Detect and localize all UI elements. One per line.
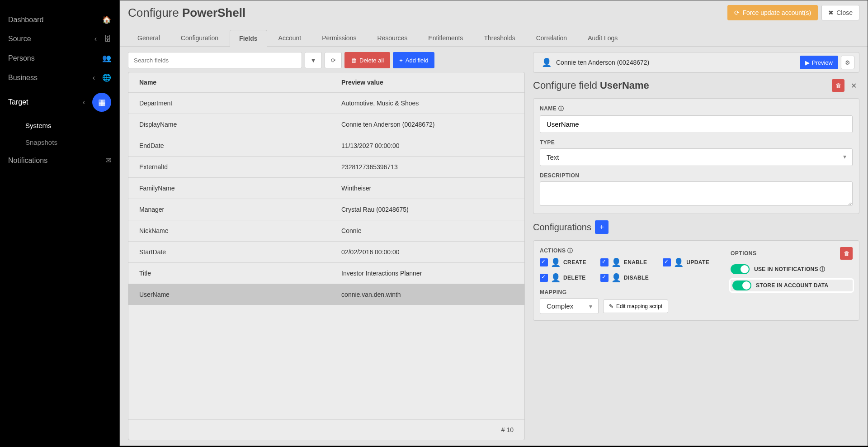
tab-configuration[interactable]: Configuration	[171, 29, 228, 46]
tab-thresholds[interactable]: Thresholds	[474, 29, 524, 46]
table-row[interactable]: NickNameConnie	[128, 220, 524, 241]
table-row[interactable]: StartDate02/02/2016 00:00:00	[128, 241, 524, 262]
cell-name: StartDate	[139, 248, 341, 256]
table-row[interactable]: DepartmentAutomotive, Music & Shoes	[128, 92, 524, 114]
sidebar-item-label: Dashboard	[8, 16, 102, 24]
name-label: NAME ⓘ	[540, 105, 853, 113]
actions-label: ACTIONS ⓘ	[540, 247, 717, 255]
toggle[interactable]	[731, 264, 750, 274]
sidebar-item-target[interactable]: Target ‹ ▦	[0, 87, 119, 117]
table-footer: # 10	[128, 419, 524, 440]
cell-name: EndDate	[139, 142, 341, 149]
tab-account[interactable]: Account	[269, 29, 311, 46]
option-label: STORE IN ACCOUNT DATA	[756, 282, 829, 289]
settings-button[interactable]: ⚙	[841, 56, 854, 69]
action-disable: 👤 DISABLE	[600, 273, 656, 283]
tab-correlation[interactable]: Correlation	[527, 29, 576, 46]
type-label: TYPE	[540, 139, 853, 146]
name-input[interactable]	[540, 115, 853, 133]
action-label: CREATE	[563, 259, 586, 266]
checkbox[interactable]	[540, 274, 548, 282]
cell-value: Connie	[341, 227, 514, 234]
action-label: ENABLE	[624, 259, 647, 266]
pencil-icon: ✎	[609, 303, 613, 309]
sidebar-item-label: Business	[8, 74, 93, 82]
chevron-left-icon: ‹	[94, 35, 97, 43]
play-icon: ▶	[805, 59, 810, 66]
cell-value: Connie ten Anderson (00248672)	[341, 121, 514, 128]
table-row[interactable]: ManagerCrystal Rau (00248675)	[128, 199, 524, 220]
force-update-button[interactable]: ⟳ Force update account(s)	[727, 5, 818, 20]
toggle[interactable]	[732, 281, 751, 290]
cell-name: FamilyName	[139, 185, 341, 192]
add-field-button[interactable]: + Add field	[393, 52, 434, 68]
tab-resources[interactable]: Resources	[368, 29, 417, 46]
action-label: DISABLE	[624, 275, 649, 281]
tab-audit-logs[interactable]: Audit Logs	[578, 29, 627, 46]
description-label: DESCRIPTION	[540, 172, 853, 179]
trash-icon: 🗑	[351, 57, 357, 64]
refresh-button[interactable]: ⟳	[325, 52, 342, 68]
delete-field-button[interactable]: 🗑	[832, 79, 844, 92]
sidebar-item-persons[interactable]: Persons 👥	[0, 48, 119, 68]
delete-config-button[interactable]: 🗑	[840, 247, 853, 260]
sidebar-item-label: Target	[8, 98, 83, 106]
plus-icon: +	[399, 57, 403, 64]
checkbox[interactable]	[540, 258, 548, 266]
delete-all-button[interactable]: 🗑 Delete all	[344, 52, 390, 68]
mail-icon: ✉	[105, 156, 111, 165]
tab-permissions[interactable]: Permissions	[312, 29, 366, 46]
trash-icon: 🗑	[835, 82, 841, 89]
close-button[interactable]: ✖ Close	[821, 5, 859, 20]
db-icon: 🗄	[104, 35, 111, 43]
chevron-left-icon: ‹	[83, 98, 85, 106]
table-row[interactable]: DisplayNameConnie ten Anderson (00248672…	[128, 114, 524, 135]
checkbox[interactable]	[663, 258, 671, 266]
tabs: GeneralConfigurationFieldsAccountPermiss…	[120, 29, 868, 47]
cell-value: 2328127365396713	[341, 163, 514, 171]
info-icon: ⓘ	[558, 105, 564, 112]
description-input[interactable]	[540, 181, 853, 206]
sidebar-item-label: Persons	[8, 54, 102, 62]
table-row[interactable]: FamilyNameWintheiser	[128, 177, 524, 199]
preview-person: Connie ten Anderson (00248672)	[556, 59, 649, 66]
filter-button[interactable]: ▼	[305, 52, 322, 68]
gear-icon: ⚙	[845, 59, 850, 66]
mapping-select[interactable]: Complex	[540, 298, 599, 314]
sidebar-item-business[interactable]: Business ‹ 🌐	[0, 68, 119, 87]
table-row[interactable]: EndDate11/13/2027 00:00:00	[128, 135, 524, 156]
sidebar-item-notifications[interactable]: Notifications ✉	[0, 151, 119, 170]
table-row[interactable]: ExternalId2328127365396713	[128, 156, 524, 177]
sidebar-item-source[interactable]: Source ‹ 🗄	[0, 29, 119, 48]
page-title: Configure PowerShell	[128, 6, 245, 20]
add-configuration-button[interactable]: +	[595, 220, 609, 234]
table-row[interactable]: UserNameconnie.van.den.winth	[128, 284, 524, 305]
sidebar-item-dashboard[interactable]: Dashboard 🏠	[0, 10, 119, 29]
edit-mapping-script-button[interactable]: ✎ Edit mapping script	[603, 300, 668, 313]
tab-general[interactable]: General	[128, 29, 170, 46]
close-panel-button[interactable]: ✕	[848, 80, 859, 92]
checkbox[interactable]	[600, 258, 609, 266]
sidebar-subitem-systems[interactable]: Systems	[0, 117, 119, 134]
preview-button[interactable]: ▶ Preview	[800, 56, 838, 69]
cell-name: Manager	[139, 206, 341, 213]
sidebar-item-label: Source	[8, 35, 94, 43]
table-row[interactable]: TitleInvestor Interactions Planner	[128, 262, 524, 284]
home-icon: 🏠	[102, 15, 111, 24]
trash-icon: 🗑	[844, 250, 849, 257]
col-header-name[interactable]: Name	[139, 79, 341, 86]
cell-value: connie.van.den.winth	[341, 291, 514, 298]
cell-name: Title	[139, 270, 341, 277]
cell-name: NickName	[139, 227, 341, 234]
sidebar-subitem-snapshots[interactable]: Snapshots	[0, 134, 119, 151]
configurations-title: Configurations	[533, 222, 591, 233]
person-icon: 👤	[542, 57, 552, 67]
search-input[interactable]	[128, 52, 302, 68]
tab-fields[interactable]: Fields	[230, 30, 267, 47]
col-header-value[interactable]: Preview value	[341, 79, 514, 86]
filter-icon: ▼	[310, 57, 316, 64]
cell-value: 02/02/2016 00:00:00	[341, 248, 514, 256]
checkbox[interactable]	[600, 274, 609, 282]
tab-entitlements[interactable]: Entitlements	[419, 29, 472, 46]
type-select[interactable]: Text	[540, 148, 853, 166]
